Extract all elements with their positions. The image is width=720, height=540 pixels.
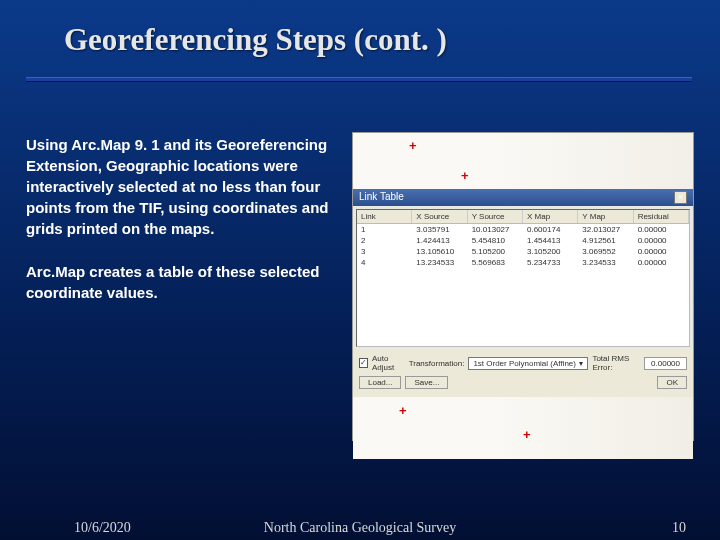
cell: 0.00000 (634, 235, 689, 246)
cell: 3.069552 (578, 246, 633, 257)
control-point-marker: + (523, 427, 531, 442)
ok-button[interactable]: OK (657, 376, 687, 389)
load-button[interactable]: Load... (359, 376, 401, 389)
cell: 0.00000 (634, 246, 689, 257)
cell: 3.105200 (523, 246, 578, 257)
control-point-marker: + (409, 138, 417, 153)
cell: 3.234533 (578, 257, 633, 268)
map-lower-panel: + + (353, 397, 693, 459)
paragraph-1: Using Arc.Map 9. 1 and its Georeferencin… (26, 134, 346, 239)
rms-value: 0.00000 (644, 357, 687, 370)
table-row[interactable]: 1 3.035791 10.013027 0.600174 32.013027 … (357, 224, 689, 235)
map-upper-panel: + + (353, 133, 693, 189)
footer-org: North Carolina Geological Survey (0, 520, 720, 536)
col-link: Link (357, 210, 412, 223)
table-row[interactable]: 4 13.234533 5.569683 5.234733 3.234533 0… (357, 257, 689, 268)
transformation-label: Transformation: (409, 359, 465, 368)
col-xsource: X Source (412, 210, 467, 223)
cell: 3.035791 (412, 224, 467, 235)
body-text: Using Arc.Map 9. 1 and its Georeferencin… (26, 134, 346, 325)
col-ymap: Y Map (578, 210, 633, 223)
cell: 1.454413 (523, 235, 578, 246)
col-residual: Residual (634, 210, 689, 223)
chevron-down-icon: ▾ (579, 359, 583, 368)
cell: 13.105610 (412, 246, 467, 257)
col-xmap: X Map (523, 210, 578, 223)
table-row[interactable]: 2 1.424413 5.454810 1.454413 4.912561 0.… (357, 235, 689, 246)
cell: 4.912561 (578, 235, 633, 246)
paragraph-2: Arc.Map creates a table of these selecte… (26, 261, 346, 303)
cell: 1.424413 (412, 235, 467, 246)
transformation-value: 1st Order Polynomial (Affine) (473, 359, 576, 368)
cell: 5.105200 (468, 246, 523, 257)
cell: 32.013027 (578, 224, 633, 235)
cell: 5.569683 (468, 257, 523, 268)
checkbox-icon[interactable]: ✓ (359, 358, 368, 368)
save-button[interactable]: Save... (405, 376, 448, 389)
table-header-row: Link X Source Y Source X Map Y Map Resid… (357, 210, 689, 224)
cell: 0.00000 (634, 257, 689, 268)
close-icon[interactable]: × (674, 191, 687, 204)
cell: 0.600174 (523, 224, 578, 235)
rms-label: Total RMS Error: (592, 354, 640, 372)
link-table-title: Link Table (359, 191, 404, 204)
cell: 5.454810 (468, 235, 523, 246)
auto-adjust-label: Auto Adjust (372, 354, 405, 372)
cell: 1 (357, 224, 412, 235)
cell: 10.013027 (468, 224, 523, 235)
cell: 5.234733 (523, 257, 578, 268)
cell: 4 (357, 257, 412, 268)
cell: 2 (357, 235, 412, 246)
footer-page-number: 10 (672, 520, 686, 536)
link-table-controls: ✓ Auto Adjust Transformation: 1st Order … (353, 350, 693, 397)
link-table-body: Link X Source Y Source X Map Y Map Resid… (356, 209, 690, 347)
link-table-titlebar: Link Table × (353, 189, 693, 206)
table-row[interactable]: 3 13.105610 5.105200 3.105200 3.069552 0… (357, 246, 689, 257)
slide-title: Georeferencing Steps (cont. ) (64, 22, 720, 58)
transformation-select[interactable]: 1st Order Polynomial (Affine) ▾ (468, 357, 588, 370)
arcmap-screenshot: + + Link Table × Link X Source Y Source … (352, 132, 694, 441)
col-ysource: Y Source (468, 210, 523, 223)
control-point-marker: + (461, 168, 469, 183)
cell: 13.234533 (412, 257, 467, 268)
cell: 0.00000 (634, 224, 689, 235)
title-underline (26, 77, 692, 82)
control-point-marker: + (399, 403, 407, 418)
cell: 3 (357, 246, 412, 257)
